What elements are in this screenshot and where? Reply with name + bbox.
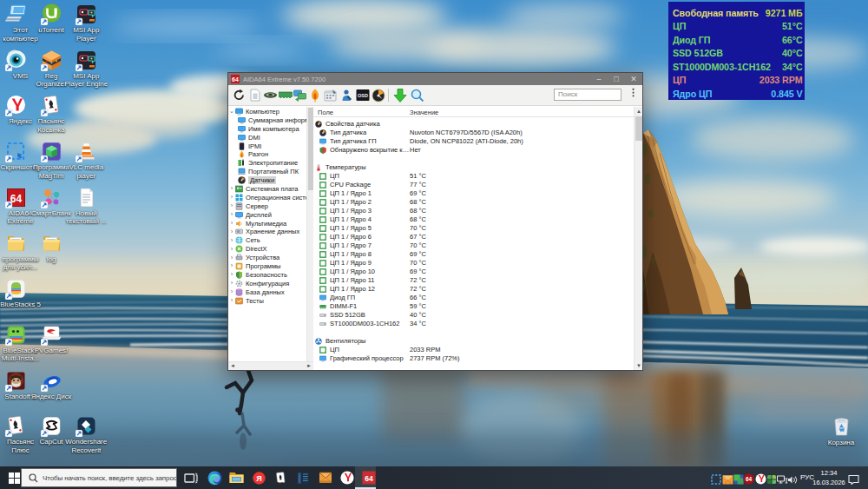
svg-text:OSD: OSD: [358, 93, 368, 98]
svg-text:64: 64: [746, 476, 753, 482]
svg-text:Я: Я: [256, 474, 261, 483]
